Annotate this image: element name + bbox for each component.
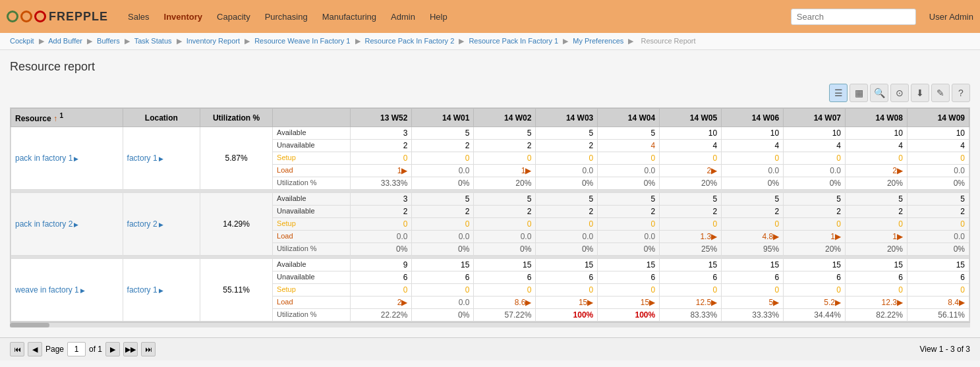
scrollbar-thumb[interactable] — [10, 323, 49, 327]
table-row: pack in factory 2factory 214.29%Availabl… — [11, 193, 969, 206]
data-cell: 0% — [412, 243, 474, 256]
breadcrumb-sep: ▶ — [245, 37, 250, 45]
th-14w02: 14 W02 — [474, 109, 536, 127]
page-last[interactable]: ⏭ — [141, 342, 156, 356]
data-cell: 0 — [907, 152, 969, 165]
data-cell: 4 — [784, 140, 846, 152]
resource-link[interactable]: weave in factory 1 — [15, 285, 85, 295]
breadcrumb-add-buffer[interactable]: Add Buffer — [48, 37, 82, 45]
data-cell: 2 — [846, 206, 908, 218]
data-cell: 4 — [722, 140, 784, 152]
breadcrumb-current: Resource Report — [641, 37, 695, 45]
data-cell: 0.0 — [412, 296, 474, 309]
data-cell: 0 — [846, 152, 908, 165]
data-cell: 20% — [784, 243, 846, 256]
data-cell: 5 — [474, 127, 536, 140]
data-cell: 5.2▶ — [784, 296, 846, 309]
breadcrumb-task-status[interactable]: Task Status — [134, 37, 172, 45]
data-cell: 6 — [598, 271, 660, 284]
data-cell: 33.33% — [350, 177, 412, 190]
data-cell: 0 — [474, 284, 536, 296]
data-cell: 10 — [660, 127, 722, 140]
breadcrumb-resource-pack-2[interactable]: Resource Pack In Factory 2 — [365, 37, 455, 45]
data-cell: 100% — [598, 309, 660, 322]
row-label-cell: Load — [273, 296, 350, 309]
data-cell: 15 — [412, 259, 474, 271]
toolbar-settings[interactable]: ⊙ — [890, 84, 909, 102]
data-cell: 0 — [784, 152, 846, 165]
user-info: User Admin — [916, 12, 973, 22]
page-first[interactable]: ⏮ — [10, 342, 24, 356]
data-cell: 5 — [846, 193, 908, 206]
breadcrumb-my-preferences[interactable]: My Preferences — [573, 37, 623, 45]
data-cell: 0.0 — [412, 231, 474, 243]
location-cell: factory 1 — [123, 127, 200, 190]
resource-link[interactable]: pack in factory 2 — [15, 219, 78, 229]
page-next[interactable]: ▶ — [105, 342, 120, 356]
data-cell: 3 — [350, 193, 412, 206]
data-cell: 2▶ — [350, 296, 412, 309]
nav-inventory[interactable]: Inventory — [158, 8, 210, 26]
horizontal-scrollbar[interactable] — [10, 322, 970, 327]
data-cell: 2 — [474, 140, 536, 152]
data-cell: 4 — [846, 140, 908, 152]
data-cell: 2 — [350, 206, 412, 218]
data-cell: 1▶ — [846, 231, 908, 243]
toolbar-edit[interactable]: ✎ — [931, 84, 950, 102]
data-cell: 6 — [350, 271, 412, 284]
th-label — [273, 109, 350, 127]
location-cell: factory 1 — [123, 259, 200, 322]
data-cell: 0% — [474, 243, 536, 256]
breadcrumb-resource-pack-1[interactable]: Resource Pack In Factory 1 — [469, 37, 558, 45]
data-cell: 82.22% — [846, 309, 908, 322]
toolbar-graph-view[interactable]: ▦ — [850, 84, 868, 102]
toolbar-export[interactable]: ⬇ — [911, 84, 929, 102]
data-cell: 0.0 — [784, 165, 846, 177]
toolbar-help[interactable]: ? — [952, 84, 970, 102]
th-14w06: 14 W06 — [722, 109, 784, 127]
data-cell: 4.8▶ — [722, 231, 784, 243]
search-input[interactable] — [791, 9, 916, 25]
logo-icons — [7, 11, 46, 22]
data-cell: 5 — [474, 193, 536, 206]
nav-admin[interactable]: Admin — [384, 8, 422, 26]
th-utilization: Utilization % — [200, 109, 273, 127]
util-pct-cell: 14.29% — [200, 193, 273, 256]
data-cell: 5 — [660, 193, 722, 206]
breadcrumb-cockpit[interactable]: Cockpit — [10, 37, 34, 45]
location-link[interactable]: factory 1 — [127, 154, 163, 163]
data-cell: 2 — [784, 206, 846, 218]
data-cell: 0 — [722, 218, 784, 231]
page-prev[interactable]: ◀ — [28, 342, 42, 356]
data-table: Resource ↑ 1 Location Utilization % 13 W… — [10, 107, 970, 322]
data-cell: 0 — [598, 152, 660, 165]
data-cell: 5 — [412, 127, 474, 140]
data-cell: 34.44% — [784, 309, 846, 322]
location-link[interactable]: factory 1 — [127, 285, 163, 295]
data-cell: 0.0 — [536, 165, 598, 177]
data-cell: 0 — [412, 218, 474, 231]
data-cell: 15▶ — [536, 296, 598, 309]
breadcrumb-buffers[interactable]: Buffers — [97, 37, 120, 45]
data-cell: 1.3▶ — [660, 231, 722, 243]
row-label-cell: Available — [273, 193, 350, 206]
page-next2[interactable]: ▶▶ — [123, 342, 138, 356]
breadcrumb-resource-weave[interactable]: Resource Weave In Factory 1 — [254, 37, 350, 45]
nav-capacity[interactable]: Capacity — [210, 8, 257, 26]
resource-link[interactable]: pack in factory 1 — [15, 154, 78, 163]
data-cell: 20% — [474, 177, 536, 190]
toolbar-table-view[interactable]: ☰ — [829, 84, 848, 102]
breadcrumb-inventory-report[interactable]: Inventory Report — [187, 37, 240, 45]
toolbar-search[interactable]: 🔍 — [870, 84, 888, 102]
data-cell: 15 — [784, 259, 846, 271]
nav-purchasing[interactable]: Purchasing — [258, 8, 314, 26]
breadcrumb-sep: ▶ — [39, 37, 44, 45]
nav-sales[interactable]: Sales — [121, 8, 156, 26]
nav-manufacturing[interactable]: Manufacturing — [316, 8, 383, 26]
location-link[interactable]: factory 2 — [127, 219, 163, 229]
page-number-input[interactable] — [67, 342, 86, 356]
data-cell: 5 — [722, 193, 784, 206]
data-cell: 0% — [907, 243, 969, 256]
nav-help[interactable]: Help — [423, 8, 454, 26]
breadcrumb-sep: ▶ — [87, 37, 92, 45]
